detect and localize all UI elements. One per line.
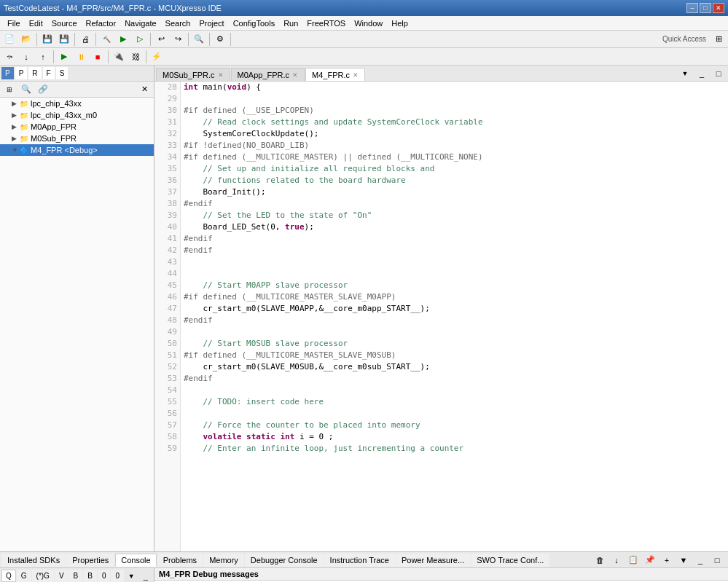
tree-item-lpc43xx[interactable]: ▶ 📁 lpc_chip_43xx	[0, 98, 154, 109]
connect-btn[interactable]: 🔌	[111, 50, 127, 64]
console-max-btn[interactable]: □	[709, 553, 725, 567]
tree-item-lpc43xx-m0[interactable]: ▶ 📁 lpc_chip_43xx_m0	[0, 109, 154, 121]
tab-power-measure[interactable]: Power Measure...	[396, 554, 470, 567]
menu-source[interactable]: Source	[47, 17, 82, 29]
step-over-btn[interactable]: ⤼	[1, 50, 17, 64]
console-title-bar: M4_FPR Debug messages	[154, 568, 728, 581]
tree-item-m0sub[interactable]: ▶ 📁 M0Sub_FPR	[0, 133, 154, 144]
bl-tab-g[interactable]: G	[17, 570, 31, 582]
tree-label: lpc_chip_43xx	[31, 99, 82, 108]
menu-file[interactable]: File	[3, 17, 25, 29]
lp-link-btn[interactable]: 🔗	[35, 82, 51, 97]
console-min-btn[interactable]: _	[692, 553, 708, 567]
tab-console[interactable]: Console	[115, 554, 156, 567]
editor-tab-m4fpr[interactable]: M4_FPR.c ✕	[305, 68, 365, 81]
redo-button[interactable]: ↪	[170, 32, 186, 47]
tree-item-m4fpr[interactable]: ▼ 🔷 M4_FPR <Debug>	[0, 144, 154, 156]
editor-tab-m0app[interactable]: M0App_FPR.c ✕	[231, 68, 305, 81]
menu-window[interactable]: Window	[350, 17, 387, 29]
console-options-btn[interactable]: ▼	[676, 553, 692, 567]
more-btn[interactable]: ⚡	[149, 50, 165, 64]
build-btn[interactable]: 🔨	[98, 32, 114, 47]
step-into-btn[interactable]: ↓	[18, 50, 34, 64]
lp-filter-btn[interactable]: 🔍	[18, 82, 34, 97]
perspective-btn[interactable]: ⊞	[711, 32, 727, 47]
resume-btn[interactable]: ▶	[56, 50, 72, 64]
menu-search[interactable]: Search	[161, 17, 195, 29]
tab-instruction-trace[interactable]: Instruction Trace	[324, 554, 395, 567]
tab-debugger-console[interactable]: Debugger Console	[245, 554, 324, 567]
bottom-panel: Installed SDKs Properties Console Proble…	[0, 551, 728, 582]
minimize-button[interactable]: –	[686, 3, 698, 13]
console-clear-btn[interactable]: 🗑	[592, 553, 608, 567]
bl-options-btn[interactable]: ▼	[125, 569, 138, 583]
tab-close-icon[interactable]: ✕	[292, 71, 298, 79]
code-content[interactable]: int main(void) { #if defined (__USE_LPCO…	[181, 82, 728, 551]
step-return-btn[interactable]: ↑	[35, 50, 51, 64]
bl-tab-b2[interactable]: B	[83, 570, 97, 582]
editor-menu-btn[interactable]: ▼	[677, 66, 693, 81]
bl-min-btn[interactable]: _	[139, 569, 152, 583]
menubar: FileEditSourceRefactorNavigateSearchProj…	[0, 16, 728, 31]
bl-tab-0a[interactable]: 0	[98, 570, 111, 582]
run-btn[interactable]: ▷	[132, 32, 148, 47]
search-button[interactable]: 🔍	[191, 32, 207, 47]
print-button[interactable]: 🖨	[77, 32, 93, 47]
save-button[interactable]: 💾	[39, 32, 55, 47]
menu-run[interactable]: Run	[279, 17, 302, 29]
bottom-tabs-toolbar: 🗑 ↓ 📋 📌 + ▼ _ □	[592, 553, 727, 567]
menu-project[interactable]: Project	[195, 17, 228, 29]
menu-edit[interactable]: Edit	[25, 17, 47, 29]
new-button[interactable]: 📄	[1, 32, 17, 47]
console-pin-btn[interactable]: 📌	[642, 553, 658, 567]
tab-close-icon[interactable]: ✕	[353, 71, 359, 79]
lp-collapse-btn[interactable]: ⊞	[1, 82, 17, 97]
lp-close-btn[interactable]: ✕	[136, 82, 152, 97]
tree-label: lpc_chip_43xx_m0	[31, 111, 97, 119]
tree-item-m0app[interactable]: ▶ 📁 M0App_FPR	[0, 121, 154, 133]
tab-memory[interactable]: Memory	[203, 554, 244, 567]
open-button[interactable]: 📂	[18, 32, 34, 47]
bl-tab-0b[interactable]: 0	[111, 570, 124, 582]
undo-button[interactable]: ↩	[153, 32, 169, 47]
tab-close-icon[interactable]: ✕	[218, 71, 224, 79]
menu-freertos[interactable]: FreeRTOS	[302, 17, 350, 29]
editor-min-btn[interactable]: _	[694, 66, 710, 81]
editor-content[interactable]: 2829303132333435363738394041424344454647…	[154, 82, 728, 551]
lp-tab-s[interactable]: S	[56, 67, 69, 79]
tab-label: M4_FPR.c	[312, 71, 350, 79]
tab-installed-sdks[interactable]: Installed SDKs	[1, 554, 66, 567]
left-panel-content: ▶ 📁 lpc_chip_43xx ▶ 📁 lpc_chip_43xx_m0 ▶…	[0, 98, 154, 551]
suspend-btn[interactable]: ⏸	[73, 50, 89, 64]
editor-max-btn[interactable]: □	[711, 66, 727, 81]
console-scroll-btn[interactable]: ↓	[608, 553, 625, 567]
bl-tab-b1[interactable]: B	[69, 570, 83, 582]
lp-tab-f[interactable]: F	[43, 67, 55, 79]
menu-help[interactable]: Help	[387, 17, 412, 29]
menu-configtools[interactable]: ConfigTools	[229, 17, 279, 29]
sep2	[74, 33, 75, 46]
bl-tab-cg[interactable]: (*)G	[32, 570, 54, 582]
console-new-btn[interactable]: +	[659, 553, 675, 567]
bl-tab-q[interactable]: Q	[1, 570, 16, 582]
tab-problems[interactable]: Problems	[157, 554, 203, 567]
sep3	[95, 33, 96, 46]
menu-refactor[interactable]: Refactor	[82, 17, 121, 29]
folder-icon: 📁	[20, 123, 28, 131]
tab-properties[interactable]: Properties	[66, 554, 114, 567]
maximize-button[interactable]: □	[700, 3, 711, 13]
lp-tab-r[interactable]: R	[28, 67, 41, 79]
terminate-btn[interactable]: ■	[90, 50, 106, 64]
close-button[interactable]: ✕	[713, 3, 724, 13]
disconnect-btn[interactable]: ⛓	[128, 50, 144, 64]
bl-tab-v[interactable]: V	[55, 570, 69, 582]
debug-btn[interactable]: ▶	[115, 32, 131, 47]
tab-swo-trace[interactable]: SWO Trace Conf...	[471, 554, 549, 567]
save-all-button[interactable]: 💾	[56, 32, 72, 47]
lp-tab-p1[interactable]: P	[1, 67, 14, 79]
console-copy-btn[interactable]: 📋	[625, 553, 641, 567]
settings-button[interactable]: ⚙	[212, 32, 228, 47]
menu-navigate[interactable]: Navigate	[120, 17, 160, 29]
lp-tab-p2[interactable]: P	[15, 67, 28, 79]
editor-tab-m0sub[interactable]: M0Sub_FPR.c ✕	[156, 68, 230, 81]
